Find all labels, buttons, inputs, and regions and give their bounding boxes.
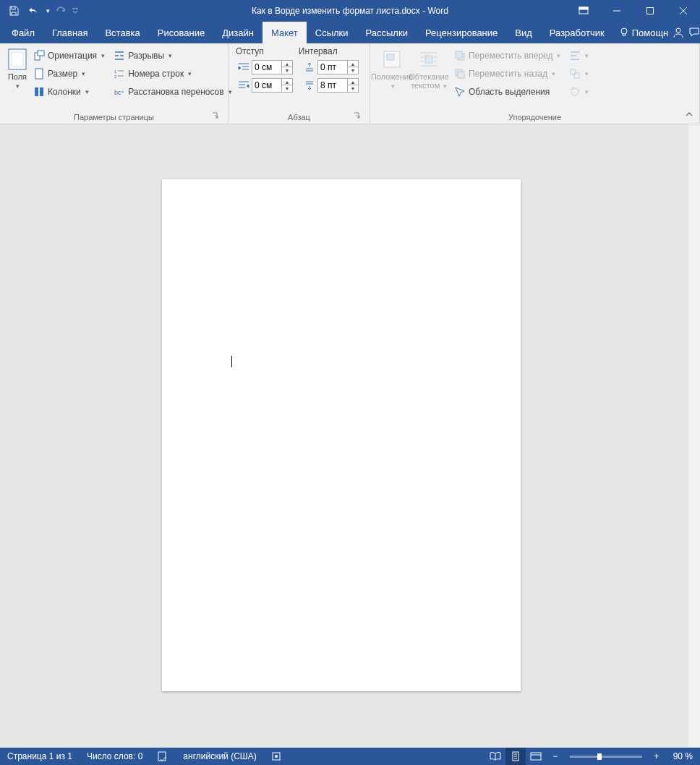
svg-rect-24: [574, 73, 579, 78]
indent-right-input[interactable]: [252, 80, 281, 90]
indent-right-spinner[interactable]: ▲▼: [252, 78, 293, 93]
margins-icon: [6, 48, 29, 71]
ribbon-display-button[interactable]: [567, 0, 600, 22]
align-button[interactable]: ▾: [568, 48, 590, 64]
comments-button[interactable]: [688, 27, 700, 38]
chevron-down-icon: ▾: [84, 88, 89, 95]
word-count[interactable]: Число слов: 0: [80, 748, 150, 765]
page-indicator[interactable]: Страница 1 из 1: [0, 748, 80, 765]
line-numbers-icon: 12: [114, 68, 125, 80]
account-button[interactable]: [673, 27, 684, 38]
send-backward-label: Переместить назад: [469, 69, 547, 79]
spin-up-icon[interactable]: ▲: [282, 61, 292, 67]
close-button[interactable]: [667, 0, 700, 22]
columns-button[interactable]: Колонки▾: [32, 84, 106, 100]
qat-customize-icon[interactable]: [72, 7, 79, 14]
breaks-button[interactable]: Разрывы▾: [112, 48, 234, 64]
zoom-slider-thumb[interactable]: [597, 753, 602, 760]
chevron-down-icon: ▾: [187, 70, 192, 77]
margins-label: Поля: [8, 72, 27, 81]
language-indicator[interactable]: английский (США): [176, 748, 263, 765]
zoom-in-button[interactable]: +: [650, 751, 663, 761]
space-after-input[interactable]: [318, 80, 347, 90]
zoom-slider[interactable]: [570, 756, 642, 758]
group-icon: [569, 68, 581, 80]
page[interactable]: [162, 179, 521, 691]
space-before-spinner[interactable]: ▲▼: [317, 60, 359, 74]
tab-developer[interactable]: Разработчик: [541, 22, 613, 43]
zoom-level[interactable]: 90 %: [666, 748, 700, 765]
tab-references[interactable]: Ссылки: [307, 22, 357, 43]
size-button[interactable]: Размер▾: [32, 66, 106, 82]
bring-forward-icon: [454, 50, 466, 61]
indent-left-input[interactable]: [252, 62, 281, 72]
columns-label: Колонки: [48, 87, 81, 97]
rotate-button[interactable]: ▾: [568, 84, 590, 100]
selection-pane-button[interactable]: Область выделения: [453, 84, 562, 100]
svg-rect-22: [458, 72, 464, 78]
tab-layout[interactable]: Макет: [262, 22, 307, 43]
group-paragraph-label: Абзац: [288, 113, 310, 121]
ribbon: Поля▾ Ориентация▾ Размер▾ Колонки▾: [0, 43, 700, 124]
orientation-button[interactable]: Ориентация▾: [32, 48, 106, 64]
spin-up-icon[interactable]: ▲: [348, 79, 358, 85]
chevron-down-icon: ▾: [584, 88, 589, 95]
group-objects-button[interactable]: ▾: [568, 66, 590, 82]
space-before-icon: [303, 62, 316, 72]
indent-left-spinner[interactable]: ▲▼: [252, 60, 293, 74]
maximize-button[interactable]: [633, 0, 667, 22]
spin-up-icon[interactable]: ▲: [282, 79, 292, 85]
margins-button[interactable]: Поля▾: [6, 46, 29, 111]
position-button[interactable]: Положение▾: [376, 46, 408, 111]
spin-down-icon[interactable]: ▼: [348, 67, 358, 74]
paragraph-dialog-launcher[interactable]: [352, 111, 362, 121]
page-setup-dialog-launcher[interactable]: [210, 111, 221, 121]
chevron-down-icon: ▾: [550, 70, 555, 77]
proofing-button[interactable]: [150, 748, 176, 765]
position-icon: [380, 48, 404, 71]
save-button[interactable]: [4, 1, 23, 20]
send-backward-button[interactable]: Переместить назад ▾: [453, 66, 562, 82]
line-numbers-button[interactable]: 12 Номера строк▾: [112, 66, 234, 82]
redo-button[interactable]: [51, 1, 70, 20]
tab-view[interactable]: Вид: [506, 22, 541, 43]
user-icon: [673, 27, 684, 38]
space-before-input[interactable]: [318, 62, 347, 72]
spin-down-icon[interactable]: ▼: [282, 85, 292, 92]
tab-mailings[interactable]: Рассылки: [357, 22, 417, 43]
tab-design[interactable]: Дизайн: [213, 22, 262, 43]
tell-me-button[interactable]: Помощн: [619, 27, 669, 38]
web-layout-button[interactable]: [526, 748, 546, 765]
wrap-text-button[interactable]: Обтекание текстом ▾: [408, 46, 450, 111]
bring-forward-button[interactable]: Переместить вперед ▾: [453, 48, 562, 64]
help-area: Помощн: [613, 22, 700, 43]
tab-review[interactable]: Рецензирование: [417, 22, 506, 43]
document-area[interactable]: [0, 124, 700, 748]
print-layout-button[interactable]: [505, 748, 526, 765]
read-mode-button[interactable]: [485, 748, 505, 765]
selection-pane-label: Область выделения: [469, 87, 550, 97]
undo-button[interactable]: [25, 1, 43, 20]
spin-down-icon[interactable]: ▼: [282, 67, 292, 74]
svg-rect-23: [571, 69, 576, 74]
undo-dropdown-icon[interactable]: ▾: [45, 7, 50, 14]
hyphenation-button[interactable]: bc Расстановка переносов▾: [112, 84, 234, 100]
spin-up-icon[interactable]: ▲: [348, 61, 358, 67]
zoom-out-button[interactable]: −: [549, 751, 562, 761]
macro-icon: [271, 751, 281, 761]
breaks-label: Разрывы: [128, 51, 164, 61]
tab-file[interactable]: Файл: [3, 22, 43, 43]
tab-draw[interactable]: Рисование: [149, 22, 213, 43]
spin-down-icon[interactable]: ▼: [348, 85, 358, 92]
space-after-spinner[interactable]: ▲▼: [317, 78, 359, 93]
size-label: Размер: [48, 69, 77, 79]
collapse-ribbon-button[interactable]: [683, 108, 696, 121]
macro-button[interactable]: [264, 748, 289, 765]
tab-home[interactable]: Главная: [43, 22, 96, 43]
minimize-button[interactable]: [600, 0, 633, 22]
vertical-scrollbar[interactable]: [688, 124, 700, 748]
quick-access-toolbar: ▾: [0, 1, 83, 20]
group-paragraph: Отступ Интервал ▲▼: [229, 43, 370, 124]
chevron-down-icon: ▾: [555, 52, 560, 59]
tab-insert[interactable]: Вставка: [96, 22, 148, 43]
